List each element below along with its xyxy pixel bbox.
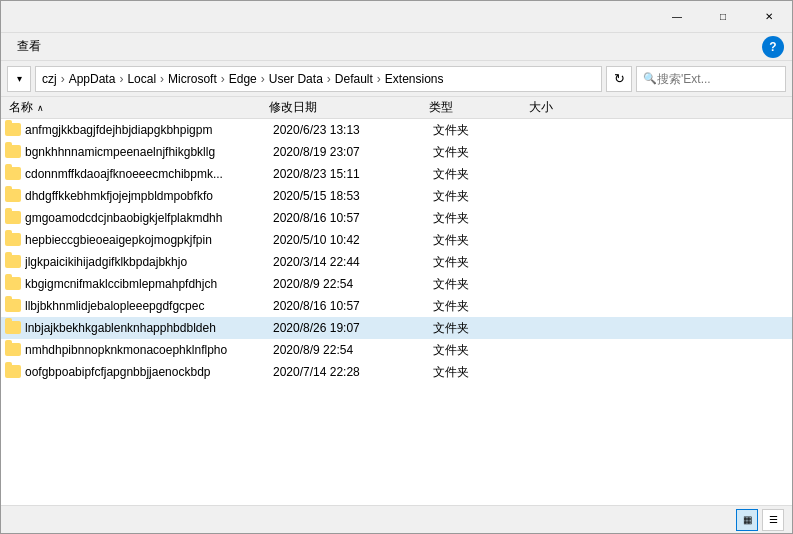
column-headers: 名称 ∧ 修改日期 类型 大小 [1,97,792,119]
file-type: 文件夹 [429,320,529,337]
file-type: 文件夹 [429,276,529,293]
status-bar: ▦ ☰ [1,505,792,533]
breadcrumb-default[interactable]: Default [335,72,373,86]
table-row[interactable]: oofgbpoabipfcfjapgnbbjjaenockbdp2020/7/1… [1,361,792,383]
breadcrumb-sep-5: › [259,72,267,86]
table-row[interactable]: anfmgjkkbagjfdejhbjdiapgkbhpigpm2020/6/2… [1,119,792,141]
close-button[interactable]: ✕ [746,1,792,33]
folder-icon [5,123,21,137]
folder-icon [5,145,21,159]
file-type: 文件夹 [429,298,529,315]
file-name: cdonnmffkdaoajfknoeeecmchibpmk... [25,167,269,181]
file-date: 2020/8/9 22:54 [269,343,429,357]
address-bar: ▾ czj › AppData › Local › Microsoft › Ed… [1,61,792,97]
refresh-button[interactable]: ↻ [606,66,632,92]
breadcrumb-microsoft[interactable]: Microsoft [168,72,217,86]
file-date: 2020/8/23 15:11 [269,167,429,181]
file-date: 2020/8/26 19:07 [269,321,429,335]
file-type: 文件夹 [429,342,529,359]
folder-icon [5,167,21,181]
file-name: bgnkhhnnamicmpeenaelnjfhikgbkllg [25,145,269,159]
file-type: 文件夹 [429,188,529,205]
file-name: anfmgjkkbagjfdejhbjdiapgkbhpigpm [25,123,269,137]
folder-icon [5,343,21,357]
menu-bar: 查看 ? [1,33,792,61]
file-name: hepbieccgbieoeaigepkojmogpkjfpin [25,233,269,247]
table-row[interactable]: jlgkpaicikihijadgifklkbpdajbkhjo2020/3/1… [1,251,792,273]
table-row[interactable]: kbgigmcnifmaklccibmlepmahpfdhjch2020/8/9… [1,273,792,295]
breadcrumb-sep-3: › [158,72,166,86]
file-date: 2020/8/16 10:57 [269,211,429,225]
breadcrumb-appdata[interactable]: AppData [69,72,116,86]
menu-view[interactable]: 查看 [9,34,49,59]
breadcrumb: czj › AppData › Local › Microsoft › Edge… [35,66,602,92]
file-name: lnbjajkbekhkgablenknhapphbdbldeh [25,321,269,335]
file-type: 文件夹 [429,364,529,381]
col-header-date[interactable]: 修改日期 [265,99,425,116]
table-row[interactable]: dhdgffkkebhmkfjojejmpbldmpobfkfo2020/5/1… [1,185,792,207]
maximize-button[interactable]: □ [700,1,746,33]
file-date: 2020/8/19 23:07 [269,145,429,159]
search-input[interactable] [657,72,777,86]
folder-icon [5,277,21,291]
table-row[interactable]: bgnkhhnnamicmpeenaelnjfhikgbkllg2020/8/1… [1,141,792,163]
file-name: gmgoamodcdcjnbaobigkjelfplakmdhh [25,211,269,225]
file-rows-container: anfmgjkkbagjfdejhbjdiapgkbhpigpm2020/6/2… [1,119,792,383]
file-name: kbgigmcnifmaklccibmlepmahpfdhjch [25,277,269,291]
file-type: 文件夹 [429,210,529,227]
title-bar: — □ ✕ [1,1,792,33]
sort-arrow-icon: ∧ [37,103,44,113]
file-list: 名称 ∧ 修改日期 类型 大小 anfmgjkkbagjfdejhbjdiapg… [1,97,792,505]
main-area: 名称 ∧ 修改日期 类型 大小 anfmgjkkbagjfdejhbjdiapg… [1,97,792,505]
search-box: 🔍 [636,66,786,92]
breadcrumb-sep-1: › [59,72,67,86]
folder-icon [5,299,21,313]
breadcrumb-edge[interactable]: Edge [229,72,257,86]
file-type: 文件夹 [429,254,529,271]
file-name: dhdgffkkebhmkfjojejmpbldmpobfkfo [25,189,269,203]
table-row[interactable]: cdonnmffkdaoajfknoeeecmchibpmk...2020/8/… [1,163,792,185]
search-icon: 🔍 [643,72,657,85]
breadcrumb-sep-2: › [117,72,125,86]
file-type: 文件夹 [429,166,529,183]
folder-icon [5,211,21,225]
file-name: jlgkpaicikihijadgifklkbpdajbkhjo [25,255,269,269]
table-row[interactable]: nmhdhpibnnopknkmonacoephklnflpho2020/8/9… [1,339,792,361]
col-header-type[interactable]: 类型 [425,99,525,116]
breadcrumb-sep-6: › [325,72,333,86]
file-name: llbjbkhnmlidjebalopleeepgdfgcpec [25,299,269,313]
file-date: 2020/7/14 22:28 [269,365,429,379]
table-row[interactable]: lnbjajkbekhkgablenknhapphbdbldeh2020/8/2… [1,317,792,339]
folder-icon [5,233,21,247]
help-button[interactable]: ? [762,36,784,58]
folder-icon [5,365,21,379]
folder-icon [5,255,21,269]
folder-icon [5,189,21,203]
minimize-button[interactable]: — [654,1,700,33]
window-controls: — □ ✕ [654,1,792,33]
file-date: 2020/8/16 10:57 [269,299,429,313]
file-date: 2020/3/14 22:44 [269,255,429,269]
table-row[interactable]: llbjbkhnmlidjebalopleeepgdfgcpec2020/8/1… [1,295,792,317]
file-name: oofgbpoabipfcfjapgnbbjjaenockbdp [25,365,269,379]
breadcrumb-dropdown[interactable]: ▾ [7,66,31,92]
list-view-button[interactable]: ☰ [762,509,784,531]
file-date: 2020/5/10 10:42 [269,233,429,247]
file-date: 2020/5/15 18:53 [269,189,429,203]
table-row[interactable]: hepbieccgbieoeaigepkojmogpkjfpin2020/5/1… [1,229,792,251]
breadcrumb-extensions[interactable]: Extensions [385,72,444,86]
breadcrumb-czj[interactable]: czj [42,72,57,86]
file-name: nmhdhpibnnopknkmonacoephklnflpho [25,343,269,357]
file-type: 文件夹 [429,232,529,249]
file-date: 2020/6/23 13:13 [269,123,429,137]
col-header-name[interactable]: 名称 ∧ [5,99,265,116]
breadcrumb-userdata[interactable]: User Data [269,72,323,86]
file-type: 文件夹 [429,122,529,139]
col-header-size[interactable]: 大小 [525,99,605,116]
detail-view-button[interactable]: ▦ [736,509,758,531]
folder-icon [5,321,21,335]
breadcrumb-local[interactable]: Local [127,72,156,86]
table-row[interactable]: gmgoamodcdcjnbaobigkjelfplakmdhh2020/8/1… [1,207,792,229]
breadcrumb-sep-7: › [375,72,383,86]
file-date: 2020/8/9 22:54 [269,277,429,291]
